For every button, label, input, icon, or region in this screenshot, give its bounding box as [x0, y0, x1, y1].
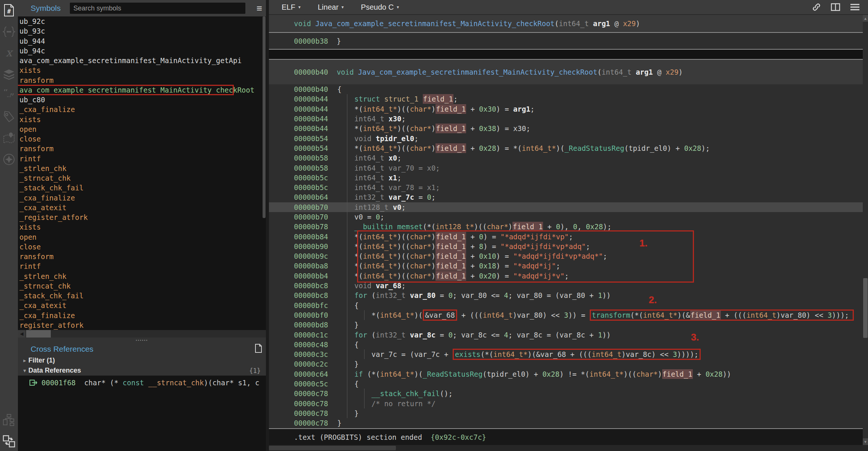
symbol-row[interactable]: _cxa_atexit — [18, 203, 266, 212]
code-line[interactable]: 00000c2c } — [269, 359, 868, 369]
xrefs-document-icon[interactable] — [255, 344, 262, 354]
symbol-row[interactable]: ub_c80 — [18, 95, 266, 105]
code-line[interactable]: 00000b5c int64_t var_78 = x1; — [269, 183, 868, 192]
code-line[interactable]: 00000b54 void tpidr_el0; — [269, 133, 868, 143]
code-line[interactable]: 00000c64 if (*(int64_t*)(_ReadStatusReg(… — [269, 369, 868, 379]
binary-type-dropdown[interactable]: ELF▾ — [282, 3, 301, 12]
split-view-icon[interactable] — [831, 3, 840, 11]
symbol-row[interactable]: _stack_chk_fail — [18, 183, 266, 193]
code-line[interactable]: 00000c5c { — [269, 379, 868, 389]
il-level-dropdown[interactable]: Pseudo C▾ — [361, 3, 399, 12]
symbol-row[interactable]: ub_94c — [18, 46, 266, 56]
code-line[interactable]: 00000b40{ — [269, 84, 868, 94]
code-line[interactable]: 00000b70 int128_t v0; — [269, 202, 868, 212]
variables-icon[interactable]: x — [1, 46, 16, 60]
code-line[interactable]: 00000c3c var_7c = (var_7c + exists(*(int… — [269, 349, 868, 359]
code-line[interactable]: 00000c78 __stack_chk_fail(); — [269, 389, 868, 398]
xrefs-filter-row[interactable]: ▸ Filter (1) — [18, 355, 266, 366]
sync-link-icon[interactable] — [812, 3, 821, 12]
symbol-row[interactable]: ava_com_example_secretinmanifest_MainAct… — [18, 85, 266, 95]
symbol-row[interactable]: xists — [18, 65, 266, 75]
scroll-down-arrow-icon[interactable]: ▼ — [863, 438, 868, 445]
hierarchy-icon[interactable] — [1, 413, 16, 427]
symbol-row[interactable]: register_atfork — [18, 320, 266, 330]
code-line[interactable]: 00000bd8 } — [269, 320, 868, 330]
code-line[interactable]: 00000c78 /* no return */ — [269, 399, 868, 408]
scroll-left-arrow-icon[interactable]: ◀ — [18, 330, 25, 338]
symbol-row[interactable]: _cxa_finalize — [18, 311, 266, 320]
symbols-menu-icon[interactable]: ≡ — [257, 3, 263, 13]
main-hscrollbar[interactable] — [269, 445, 868, 451]
panel-resize-handle[interactable]: •••••• — [18, 338, 266, 343]
code-line[interactable]: 00000b64 int32_t var_7c = 0; — [269, 192, 868, 202]
symbol-row[interactable]: open — [18, 232, 266, 242]
code-line[interactable]: 00000c1c for (int32_t var_8c = 0; var_8c… — [269, 330, 868, 339]
view-mode-dropdown[interactable]: Linear▾ — [318, 3, 344, 12]
hscroll-thumb[interactable] — [26, 330, 51, 338]
symbol-list-hscrollbar[interactable]: ◀ — [18, 330, 266, 338]
strings-icon[interactable]: “ ” — [1, 88, 16, 103]
code-line[interactable]: 00000b90 *(int64_t*)((char*)field_1 + 8)… — [269, 242, 868, 251]
symbol-row[interactable]: ransform — [18, 144, 266, 153]
symbol-row[interactable]: _register_atfork — [18, 212, 266, 222]
code-line[interactable]: 00000b58 int64_t x0; — [269, 153, 868, 163]
vscroll-thumb[interactable] — [863, 278, 868, 338]
stack-layers-icon[interactable] — [1, 67, 16, 82]
panel-divider[interactable] — [266, 0, 269, 451]
symbols-icon[interactable]: # — [1, 3, 16, 18]
symbol-row[interactable]: ub_93c — [18, 26, 266, 36]
view-menu-icon[interactable] — [850, 3, 860, 11]
code-line[interactable]: 00000c48 { — [269, 340, 868, 349]
memory-map-icon[interactable] — [1, 131, 16, 146]
code-line[interactable]: 00000bb4 *(int64_t*)((char*)field_1 + 0x… — [269, 271, 868, 281]
code-line[interactable]: 00000b44 int64_t x30; — [269, 114, 868, 124]
code-line[interactable]: 00000b9c *(int64_t*)((char*)field_1 + 0x… — [269, 251, 868, 261]
symbol-row[interactable]: _strlen_chk — [18, 271, 266, 281]
code-line[interactable]: 00000bf0 *(int64_t*)(&var_68 + (((int64_… — [269, 310, 868, 320]
hscroll-thumb[interactable] — [269, 446, 396, 450]
symbol-row[interactable]: ub_944 — [18, 36, 266, 46]
compass-icon[interactable] — [1, 152, 16, 167]
symbol-row[interactable]: _strlen_chk — [18, 164, 266, 173]
symbol-row[interactable]: ransform — [18, 75, 266, 85]
code-line[interactable]: 00000c78 } — [269, 408, 868, 418]
code-line[interactable]: 00000b70 v0 = 0; — [269, 212, 868, 222]
code-line[interactable]: 00000b44 *(int64_t*)((char*)field_1 + 0x… — [269, 124, 868, 133]
symbol-row[interactable]: _cxa_finalize — [18, 105, 266, 114]
code-line[interactable]: 00000b54 *(int64_t*)((char*)field_1 + 0x… — [269, 143, 868, 153]
scroll-up-arrow-icon[interactable]: ▲ — [863, 15, 868, 22]
symbol-row[interactable]: open — [18, 124, 266, 134]
symbol-row[interactable]: _stack_chk_fail — [18, 291, 266, 301]
code-line[interactable]: 00000ba8 *(int64_t*)((char*)field_1 + 0x… — [269, 261, 868, 271]
code-line[interactable]: 00000b84 *(int64_t*)((char*)field_1 + 0)… — [269, 231, 868, 241]
code-line[interactable]: 00000b78 __builtin_memset(*(int128_t*)((… — [269, 222, 868, 231]
main-vscrollbar[interactable]: ▲ ▼ — [863, 15, 868, 445]
chevron-down-icon[interactable]: ▾ — [21, 368, 28, 373]
code-line[interactable]: 00000bfc { — [269, 301, 868, 310]
previous-function-signature[interactable]: void Java_com_example_secretinmanifest_M… — [269, 15, 868, 33]
symbol-row[interactable]: close — [18, 242, 266, 252]
symbol-row[interactable]: _cxa_finalize — [18, 193, 266, 203]
code-line[interactable]: 00000b5c int64_t x1; — [269, 173, 868, 183]
code-line[interactable]: 00000b58 int64_t var_70 = x0; — [269, 163, 868, 172]
symbol-row[interactable]: _strncat_chk — [18, 281, 266, 291]
symbol-row[interactable]: rintf — [18, 154, 266, 164]
symbol-row[interactable]: ava_com_example_secretinmanifest_MainAct… — [18, 56, 266, 65]
symbol-list-vscroll-thumb[interactable] — [263, 16, 266, 218]
symbol-row[interactable]: rintf — [18, 261, 266, 271]
symbol-row[interactable]: ransform — [18, 252, 266, 261]
workflow-icon[interactable] — [1, 434, 16, 449]
symbol-row[interactable]: close — [18, 134, 266, 144]
previous-function-close-line[interactable]: 00000b38 } — [269, 33, 868, 49]
symbol-row[interactable]: ub_92c — [18, 16, 266, 26]
symbol-row[interactable]: _strncat_chk — [18, 173, 266, 183]
xref-entry-row[interactable]: 00001f68 char* (* const __strncat_chk)(c… — [18, 377, 266, 388]
symbol-row[interactable]: xists — [18, 115, 266, 124]
types-braces-icon[interactable] — [1, 24, 16, 39]
symbol-row[interactable]: _cxa_atexit — [18, 301, 266, 310]
code-line[interactable]: 00000bc8 void var_68; — [269, 281, 868, 290]
tags-icon[interactable] — [1, 109, 16, 124]
function-header-line[interactable]: 00000b40 void Java_com_example_secretinm… — [269, 60, 868, 84]
symbol-row[interactable]: xists — [18, 222, 266, 232]
code-line[interactable]: 00000bc8 for (int32_t var_80 = 0; var_80… — [269, 290, 868, 300]
